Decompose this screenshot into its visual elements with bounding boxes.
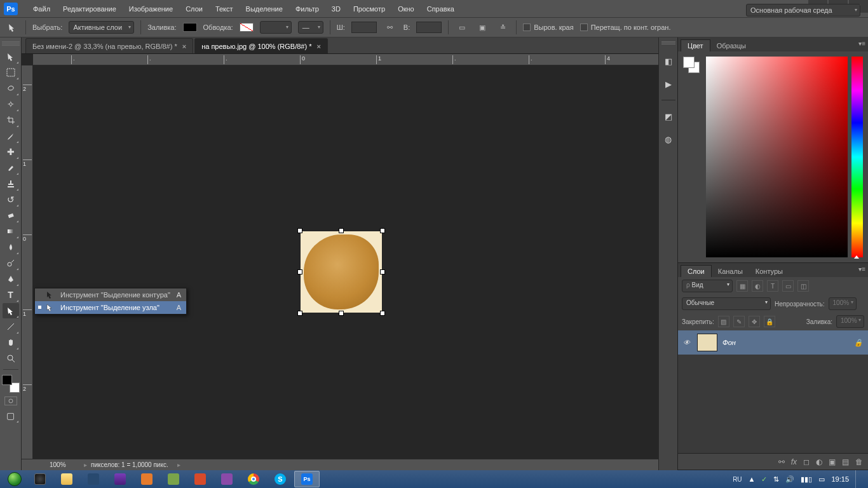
- menu-edit[interactable]: Редактирование: [57, 0, 123, 17]
- menu-3d[interactable]: 3D: [325, 0, 347, 17]
- new-layer-icon[interactable]: ▤: [842, 458, 849, 466]
- close-icon[interactable]: ×: [182, 43, 186, 50]
- taskbar-app-6[interactable]: [161, 471, 186, 487]
- menu-image[interactable]: Изображение: [123, 0, 179, 17]
- blend-mode-dropdown[interactable]: Обычные: [682, 297, 771, 310]
- heal-tool[interactable]: ✚: [3, 144, 19, 159]
- tray-clock[interactable]: 19:15: [831, 475, 849, 483]
- close-icon[interactable]: ×: [316, 43, 320, 50]
- tray-wifi-icon[interactable]: ▮▮▯: [801, 475, 812, 484]
- color-field[interactable]: [706, 57, 848, 257]
- path-align-icon[interactable]: ≛: [496, 20, 510, 34]
- pen-tool[interactable]: [3, 271, 19, 287]
- flyout-path-selection[interactable]: Инструмент "Выделение контура" A: [35, 288, 186, 301]
- taskbar-app-1[interactable]: [27, 471, 53, 487]
- lock-pixels-icon[interactable]: ▨: [718, 316, 729, 327]
- taskbar-explorer[interactable]: [54, 471, 79, 487]
- filter-type-icon[interactable]: T: [767, 280, 778, 292]
- transform-handle[interactable]: [339, 311, 344, 316]
- taskbar-chrome[interactable]: [241, 471, 266, 487]
- panel-menu-icon[interactable]: ▾≡: [858, 266, 865, 273]
- quickmask-toggle[interactable]: [4, 396, 17, 405]
- stroke-style-dropdown[interactable]: —: [298, 21, 323, 34]
- filter-smart-icon[interactable]: ◫: [797, 280, 809, 292]
- tool-preset-icon[interactable]: [5, 20, 19, 34]
- canvas[interactable]: [33, 65, 658, 459]
- tray-flag-icon[interactable]: ▲: [749, 475, 756, 483]
- flyout-direct-selection[interactable]: Инструмент "Выделение узла" A: [35, 301, 186, 314]
- history-icon[interactable]: ◧: [661, 54, 675, 68]
- transform-handle[interactable]: [380, 311, 385, 316]
- menu-select[interactable]: Выделение: [240, 0, 289, 17]
- tab-channels[interactable]: Каналы: [712, 266, 749, 277]
- path-ops-1-icon[interactable]: ▭: [455, 20, 469, 34]
- tab-layers[interactable]: Слои: [681, 265, 712, 277]
- fill-input[interactable]: 100%: [836, 315, 864, 328]
- filter-pixel-icon[interactable]: ▦: [736, 280, 748, 292]
- show-desktop-button[interactable]: [855, 470, 862, 488]
- eyedropper-tool[interactable]: [3, 128, 19, 144]
- taskbar-app-7[interactable]: [187, 471, 213, 487]
- transform-handle[interactable]: [339, 228, 344, 233]
- line-tool[interactable]: [3, 319, 19, 334]
- tab-paths[interactable]: Контуры: [749, 266, 789, 277]
- tray-network-icon[interactable]: ⇅: [773, 475, 779, 484]
- mask-icon[interactable]: ◻: [803, 458, 810, 466]
- link-wh-icon[interactable]: ⚯: [383, 20, 397, 34]
- taskbar-photoshop[interactable]: Ps: [294, 471, 320, 487]
- gradient-tool[interactable]: [3, 224, 19, 239]
- drag-constrain-checkbox[interactable]: Перетащ. по конт. огран.: [580, 24, 671, 31]
- height-input[interactable]: [416, 22, 442, 33]
- tray-battery-icon[interactable]: ▭: [818, 475, 825, 484]
- lock-brush-icon[interactable]: ✎: [733, 316, 745, 327]
- lock-move-icon[interactable]: ✥: [749, 316, 760, 327]
- layer-filter-kind[interactable]: ρ Вид: [682, 280, 733, 292]
- tray-volume-icon[interactable]: 🔊: [785, 475, 794, 484]
- tab-color[interactable]: Цвет: [681, 39, 710, 51]
- stamp-tool[interactable]: [3, 176, 19, 191]
- zoom-value[interactable]: 100%: [50, 461, 80, 468]
- ruler-horizontal[interactable]: ... 0 1 .. 4: [33, 54, 658, 65]
- panel-menu-icon[interactable]: ▾≡: [858, 40, 865, 47]
- layer-name[interactable]: Фон: [722, 339, 736, 346]
- transform-handle[interactable]: [297, 311, 302, 316]
- move-tool[interactable]: [3, 49, 19, 64]
- tools-grip[interactable]: [2, 41, 20, 46]
- stroke-width-dropdown[interactable]: [260, 21, 292, 34]
- history-brush-tool[interactable]: ↺: [3, 192, 19, 207]
- actions-icon[interactable]: ▶: [661, 77, 675, 91]
- ruler-vertical[interactable]: 2 1 0 1 2 3: [22, 65, 33, 459]
- tray-lang[interactable]: RU: [733, 476, 742, 483]
- properties-icon[interactable]: ◩: [661, 109, 675, 123]
- taskbar-app-3[interactable]: [81, 471, 106, 487]
- tab-preview-jpg[interactable]: на превью.jpg @ 100% (RGB/8#) *×: [194, 38, 328, 53]
- marquee-tool[interactable]: [3, 65, 19, 80]
- tab-untitled-2[interactable]: Без имени-2 @ 33,3% (на превью, RGB/8#) …: [25, 38, 193, 53]
- fg-bg-swatches[interactable]: [2, 375, 20, 393]
- taskbar-app-5[interactable]: [134, 471, 159, 487]
- menu-layers[interactable]: Слои: [179, 0, 209, 17]
- visibility-icon[interactable]: 👁: [683, 339, 692, 346]
- adjustments-icon[interactable]: ◍: [661, 132, 675, 146]
- fill-swatch[interactable]: [183, 23, 197, 32]
- tray-sync-icon[interactable]: ✓: [761, 475, 767, 484]
- menu-view[interactable]: Просмотр: [347, 0, 391, 17]
- stroke-swatch[interactable]: [240, 23, 254, 32]
- delete-layer-icon[interactable]: 🗑: [855, 458, 863, 466]
- align-edges-checkbox[interactable]: Выров. края: [523, 24, 573, 31]
- taskbar-app-8[interactable]: [214, 471, 240, 487]
- opacity-input[interactable]: 100%: [829, 297, 857, 310]
- menu-window[interactable]: Окно: [391, 0, 421, 17]
- layer-thumb[interactable]: [697, 334, 717, 351]
- tab-swatches[interactable]: Образцы: [710, 40, 752, 51]
- path-ops-2-icon[interactable]: ▣: [475, 20, 489, 34]
- transform-handle[interactable]: [380, 228, 385, 233]
- select-dropdown[interactable]: Активные слои: [69, 21, 134, 34]
- hue-slider[interactable]: [851, 57, 863, 257]
- group-icon[interactable]: ▣: [829, 458, 836, 466]
- canvas-image[interactable]: [300, 231, 383, 313]
- fx-icon[interactable]: fx: [791, 458, 797, 466]
- adjustment-layer-icon[interactable]: ◐: [816, 458, 822, 466]
- color-fgbg-swatch[interactable]: [683, 57, 702, 257]
- lock-all-icon[interactable]: 🔒: [764, 316, 775, 327]
